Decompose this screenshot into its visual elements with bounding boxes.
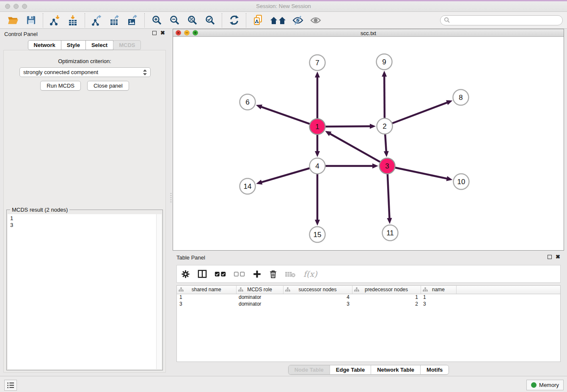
column-type-icon xyxy=(179,287,184,292)
task-history-button[interactable] xyxy=(4,380,17,391)
table-cell[interactable]: dominator xyxy=(236,294,283,301)
search-box[interactable] xyxy=(440,15,563,25)
column-type-icon xyxy=(285,287,290,292)
zoom-out-button[interactable] xyxy=(167,14,182,27)
add-column-button[interactable] xyxy=(253,270,261,279)
save-session-button[interactable] xyxy=(24,14,38,27)
close-table-panel-icon[interactable]: ✖ xyxy=(556,255,560,259)
delete-button[interactable] xyxy=(269,270,277,279)
float-table-panel-icon[interactable] xyxy=(548,255,552,259)
select-all-button[interactable] xyxy=(215,271,226,277)
run-mcds-button[interactable]: Run MCDS xyxy=(40,81,81,91)
import-network-button[interactable] xyxy=(48,14,62,27)
close-panel-button[interactable]: Close panel xyxy=(87,81,129,91)
column-header-label: shared name xyxy=(192,287,221,293)
graph-edge[interactable] xyxy=(384,75,385,119)
graph-edge[interactable] xyxy=(329,133,381,163)
tab-node-table[interactable]: Node Table xyxy=(289,365,330,374)
graph-node-label: 9 xyxy=(382,58,386,66)
network-window-titlebar[interactable]: scc.txt xyxy=(173,29,564,37)
zoom-fit-button[interactable] xyxy=(185,14,199,27)
column-header[interactable]: name xyxy=(421,286,456,294)
graph-edge-arrowhead xyxy=(446,176,453,181)
window-title: Session: New Session xyxy=(0,3,567,9)
tab-select[interactable]: Select xyxy=(85,40,113,50)
hide-panels-button[interactable] xyxy=(291,14,305,27)
split-panel-button[interactable] xyxy=(198,270,207,278)
table-cell[interactable]: 2 xyxy=(352,301,421,307)
delete-table-button[interactable] xyxy=(285,271,296,278)
plus-icon xyxy=(253,270,261,279)
select-all-icon xyxy=(215,271,226,277)
optimization-criterion-select[interactable]: strongly connected component xyxy=(19,67,151,77)
graph-node-label: 4 xyxy=(315,162,319,170)
graph-edge[interactable] xyxy=(261,168,311,182)
toolbar-separator xyxy=(222,13,222,28)
export-table-button[interactable] xyxy=(107,14,122,27)
import-table-button[interactable] xyxy=(66,14,80,27)
search-input[interactable] xyxy=(450,17,559,23)
home-layout-button[interactable] xyxy=(269,14,287,27)
graph-edge-arrowhead xyxy=(256,179,262,185)
clone-network-button[interactable] xyxy=(251,14,265,27)
column-header[interactable]: successor nodes xyxy=(283,286,352,294)
hide-panels-eye-slash-icon xyxy=(292,15,303,25)
control-panel-title: Control Panel xyxy=(4,31,38,37)
table-row[interactable]: 1dominator411 xyxy=(177,294,560,301)
float-panel-icon[interactable] xyxy=(152,31,157,35)
export-image-button[interactable] xyxy=(125,14,140,27)
graph-node-label: 10 xyxy=(457,178,465,186)
network-canvas[interactable]: 7968124314101511 xyxy=(173,37,564,250)
column-header[interactable]: MCDS role xyxy=(236,286,283,294)
open-session-button[interactable] xyxy=(6,14,20,27)
panel-splitter[interactable] xyxy=(169,29,173,376)
function-builder-button[interactable]: f(x) xyxy=(303,269,317,279)
table-cell[interactable]: 4 xyxy=(283,294,352,301)
close-panel-icon[interactable]: ✖ xyxy=(160,31,165,35)
show-panels-button[interactable] xyxy=(308,14,323,27)
export-network-button[interactable] xyxy=(90,14,104,27)
table-cell[interactable]: dominator xyxy=(236,301,283,307)
deselect-all-button[interactable] xyxy=(234,271,245,277)
tab-network-table[interactable]: Network Table xyxy=(371,365,420,374)
table-cell[interactable]: 3 xyxy=(283,301,352,307)
tab-network[interactable]: Network xyxy=(28,40,61,50)
tab-mcds[interactable]: MCDS xyxy=(113,40,141,50)
column-header[interactable]: shared name xyxy=(177,286,236,294)
table-row[interactable]: 3dominator323 xyxy=(177,301,560,307)
table-cell[interactable]: 1 xyxy=(352,294,421,301)
column-type-icon xyxy=(354,287,359,292)
mcds-result-area[interactable]: 1 3 xyxy=(8,214,162,369)
toolbar-separator xyxy=(144,13,145,28)
table-cell[interactable]: 3 xyxy=(421,301,456,307)
table-settings-button[interactable] xyxy=(181,270,190,279)
tab-style[interactable]: Style xyxy=(61,40,86,50)
open-folder-icon xyxy=(8,15,19,25)
refresh-button[interactable] xyxy=(227,14,241,27)
graph-edge[interactable] xyxy=(394,168,448,179)
graph-edge[interactable] xyxy=(388,173,390,219)
graph-edge[interactable] xyxy=(385,133,386,152)
tab-motifs[interactable]: Motifs xyxy=(420,365,449,374)
status-bar: Memory xyxy=(0,376,567,392)
table-cell[interactable]: 3 xyxy=(177,301,236,307)
export-image-icon xyxy=(127,15,138,26)
result-scrollbar[interactable] xyxy=(156,214,162,369)
toolbar-separator xyxy=(43,13,43,28)
zoom-selected-button[interactable] xyxy=(203,14,217,27)
graph-edge-arrowhead xyxy=(370,124,376,129)
zoom-out-icon xyxy=(169,15,180,25)
zoom-in-button[interactable] xyxy=(149,14,164,27)
graph-edge[interactable] xyxy=(260,107,311,124)
column-header-label: MCDS role xyxy=(247,287,272,293)
column-header[interactable]: predecessor nodes xyxy=(352,286,421,294)
tab-edge-table[interactable]: Edge Table xyxy=(330,365,371,374)
graph-node-label: 3 xyxy=(385,162,389,170)
node-table: shared nameMCDS rolesuccessor nodesprede… xyxy=(176,285,561,362)
graph-edge[interactable] xyxy=(325,126,371,127)
show-panels-eye-icon xyxy=(310,15,321,25)
graph-edge[interactable] xyxy=(391,102,448,124)
table-cell[interactable]: 1 xyxy=(177,294,236,301)
table-cell[interactable]: 1 xyxy=(421,294,456,301)
memory-button[interactable]: Memory xyxy=(526,380,564,390)
